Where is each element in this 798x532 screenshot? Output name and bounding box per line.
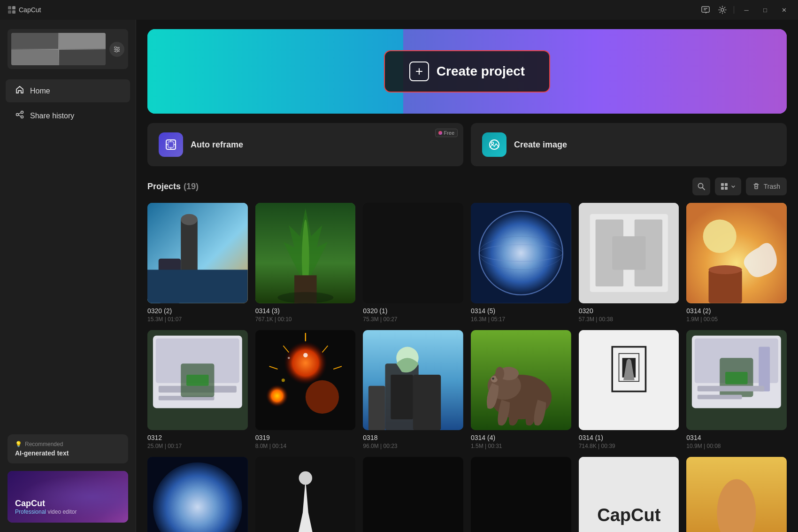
project-item-5[interactable]: 0314 (2) 1.9M | 00:05 <box>686 203 787 323</box>
project-name-6: 0312 <box>147 434 248 441</box>
project-thumb-11 <box>686 330 787 431</box>
svg-line-17 <box>18 113 21 114</box>
svg-point-76 <box>288 357 290 359</box>
svg-point-75 <box>281 378 284 382</box>
project-item-17[interactable] <box>686 457 787 532</box>
project-item-6[interactable]: 0312 25.0M | 00:17 <box>147 330 248 450</box>
create-project-label: Create project <box>437 64 525 79</box>
project-item-2[interactable]: 0320 (1) 75.3M | 00:27 <box>363 203 463 323</box>
svg-point-55 <box>703 220 737 253</box>
preview-settings-button[interactable] <box>109 42 124 57</box>
auto-reframe-label: Auto reframe <box>191 140 243 150</box>
restore-button[interactable]: □ <box>759 3 772 16</box>
create-image-card[interactable]: Create image <box>471 123 787 166</box>
app-title: CapCut <box>19 6 41 14</box>
project-name-10: 0314 (1) <box>579 434 679 441</box>
svg-point-37 <box>181 214 198 225</box>
svg-rect-80 <box>413 375 441 431</box>
project-item-0[interactable]: 0320 (2) 15.3M | 01:07 <box>147 203 248 323</box>
svg-rect-103 <box>759 347 770 391</box>
project-meta-4: 57.3M | 00:38 <box>579 316 679 323</box>
projects-count: (19) <box>184 182 199 192</box>
svg-rect-29 <box>721 183 724 186</box>
project-item-9[interactable]: 0314 (4) 1.5M | 00:31 <box>471 330 571 450</box>
main-content: + Create project Auto reframe <box>136 20 798 532</box>
project-meta-6: 25.0M | 00:17 <box>147 443 248 449</box>
create-image-label: Create image <box>514 140 567 150</box>
view-toggle-button[interactable] <box>715 177 741 195</box>
feature-row: Auto reframe Free Create image <box>147 123 787 166</box>
minimize-button[interactable]: ─ <box>740 3 753 16</box>
sidebar-item-share-history[interactable]: Share history <box>6 104 130 127</box>
project-meta-5: 1.9M | 00:05 <box>686 316 787 323</box>
project-meta-10: 714.8K | 00:39 <box>579 443 679 449</box>
sidebar-item-home[interactable]: Home <box>6 79 130 102</box>
promo-subtitle: Professional video editor <box>15 509 121 515</box>
close-button[interactable]: ✕ <box>777 3 790 16</box>
project-item-4[interactable]: 0320 57.3M | 00:38 <box>579 203 679 323</box>
titlebar-controls: ─ □ ✕ <box>700 3 790 16</box>
home-icon <box>15 85 24 97</box>
svg-rect-104 <box>698 386 764 391</box>
app-logo: CapCut <box>8 6 41 14</box>
project-item-12[interactable] <box>147 457 248 532</box>
rec-content: AI-generated text <box>15 449 121 457</box>
project-item-8[interactable]: 0318 96.0M | 00:23 <box>363 330 463 450</box>
project-item-14[interactable] <box>363 457 463 532</box>
hero-bg-left <box>147 29 403 114</box>
promo-title: CapCut <box>15 499 121 509</box>
projects-title: Projects <box>147 182 181 192</box>
svg-point-25 <box>490 140 499 149</box>
titlebar-separator <box>734 6 734 14</box>
titlebar: CapCut ─ □ ✕ <box>0 0 798 20</box>
project-item-11[interactable]: 0314 10.9M | 00:08 <box>686 330 787 450</box>
svg-point-11 <box>115 46 116 48</box>
svg-rect-0 <box>8 6 11 9</box>
promo-professional: Professional <box>15 509 46 515</box>
sidebar: Home Share history 💡 Recommended AI-gene… <box>0 20 136 532</box>
home-label: Home <box>30 87 50 95</box>
project-thumb-3 <box>471 203 571 303</box>
project-item-1[interactable]: 0314 (3) 767.1K | 00:10 <box>255 203 356 323</box>
sidebar-spacer <box>0 128 136 431</box>
svg-rect-31 <box>721 187 724 190</box>
preview-cell-4 <box>59 50 106 66</box>
project-meta-8: 96.0M | 00:23 <box>363 443 463 449</box>
project-thumb-9 <box>471 330 571 431</box>
svg-rect-105 <box>698 394 742 399</box>
project-thumb-2 <box>363 203 463 303</box>
feedback-icon[interactable] <box>700 4 711 15</box>
project-meta-7: 8.0M | 00:14 <box>255 443 356 449</box>
sidebar-recommendation[interactable]: 💡 Recommended AI-generated text <box>8 434 128 463</box>
projects-title-group: Projects (19) <box>147 182 199 192</box>
project-item-3[interactable]: 0314 (5) 16.3M | 05:17 <box>471 203 571 323</box>
project-name-7: 0319 <box>255 434 356 441</box>
projects-grid: 0320 (2) 15.3M | 01:07 <box>147 203 787 532</box>
project-item-7[interactable]: 0319 8.0M | 00:14 <box>255 330 356 450</box>
project-item-13[interactable] <box>255 457 356 532</box>
auto-reframe-card[interactable]: Auto reframe Free <box>147 123 463 166</box>
project-meta-2: 75.3M | 00:27 <box>363 316 463 323</box>
svg-point-109 <box>299 471 312 485</box>
search-button[interactable] <box>692 177 710 195</box>
svg-rect-79 <box>391 375 413 419</box>
svg-rect-56 <box>709 270 742 303</box>
svg-rect-20 <box>168 142 174 147</box>
project-item-10[interactable]: 0314 (1) 714.8K | 00:39 <box>579 330 679 450</box>
project-meta-3: 16.3M | 05:17 <box>471 316 571 323</box>
create-project-button[interactable]: + Create project <box>384 50 550 93</box>
project-thumb-15 <box>471 457 571 532</box>
svg-rect-1 <box>12 6 15 9</box>
project-item-15[interactable] <box>471 457 571 532</box>
project-meta-9: 1.5M | 00:31 <box>471 443 571 449</box>
trash-button[interactable]: Trash <box>746 177 787 195</box>
sidebar-promo[interactable]: CapCut Professional video editor <box>8 471 128 523</box>
project-thumb-0 <box>147 203 248 303</box>
svg-point-88 <box>492 378 494 380</box>
project-name-2: 0320 (1) <box>363 307 463 315</box>
svg-point-15 <box>21 116 23 118</box>
project-name-11: 0314 <box>686 434 787 441</box>
settings-icon[interactable] <box>717 4 728 15</box>
svg-point-57 <box>709 265 742 274</box>
project-item-16[interactable]: CapCut CapCut <box>579 457 679 532</box>
